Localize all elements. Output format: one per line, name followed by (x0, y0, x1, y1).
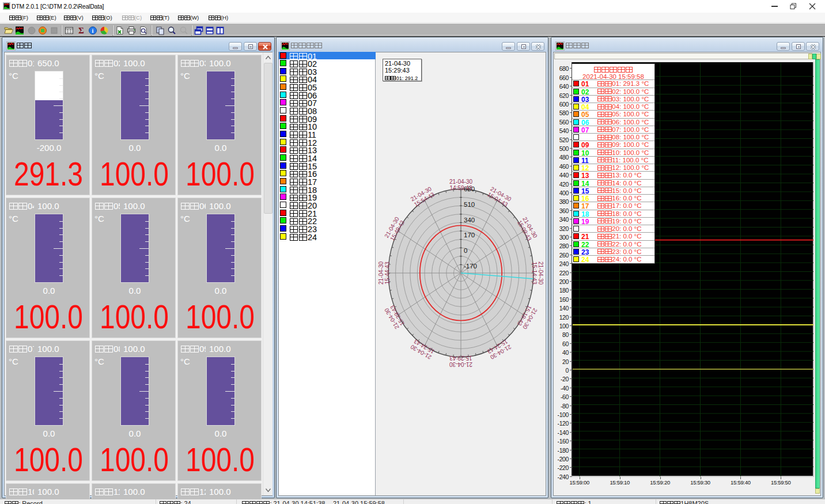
svg-text:0: 0 (464, 247, 467, 254)
svg-text:170: 170 (464, 232, 475, 238)
svg-text:14:59:43: 14:59:43 (450, 185, 472, 191)
svg-text:21-04-30: 21-04-30 (449, 361, 472, 367)
svg-text:-170: -170 (464, 263, 477, 270)
svg-text:i: i (92, 28, 94, 34)
svg-text:340: 340 (464, 217, 475, 223)
svg-text:21-04-30: 21-04-30 (449, 179, 472, 185)
svg-text:15:29:43: 15:29:43 (449, 355, 472, 361)
svg-text:15:14:43: 15:14:43 (531, 262, 538, 285)
svg-text:15:44:43: 15:44:43 (384, 262, 391, 284)
svg-text:Σ: Σ (78, 26, 84, 35)
svg-text:510: 510 (464, 201, 475, 208)
svg-text:21-04-30: 21-04-30 (538, 262, 544, 285)
svg-text:21-04-30: 21-04-30 (378, 262, 384, 285)
